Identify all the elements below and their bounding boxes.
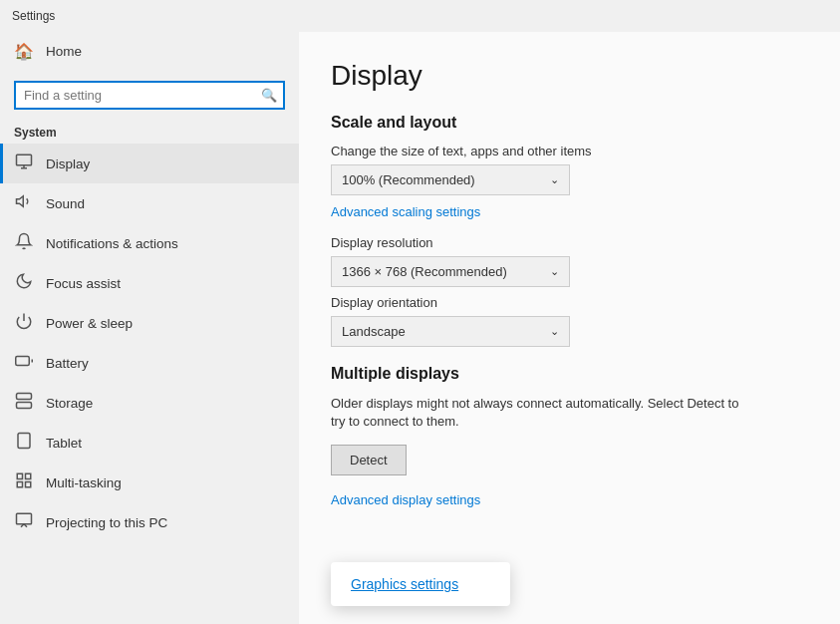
sidebar-search-container: 🔍	[14, 81, 285, 110]
sidebar-item-power[interactable]: Power & sleep	[0, 303, 299, 343]
multitasking-icon	[14, 471, 34, 493]
scale-dropdown[interactable]: 100% (Recommended) ⌄	[331, 164, 570, 195]
resolution-dropdown-value: 1366 × 768 (Recommended)	[342, 264, 507, 279]
storage-icon	[14, 392, 34, 414]
svg-rect-0	[17, 155, 32, 165]
multiple-displays-title: Multiple displays	[331, 365, 808, 383]
sidebar-storage-label: Storage	[46, 396, 93, 411]
title-bar-label: Settings	[12, 9, 55, 23]
scale-layout-section-title: Scale and layout	[331, 114, 808, 132]
sidebar-item-multitasking[interactable]: Multi-tasking	[0, 463, 299, 502]
home-icon: 🏠	[14, 42, 34, 61]
scale-dropdown-value: 100% (Recommended)	[342, 172, 475, 187]
sidebar-multitasking-label: Multi-tasking	[46, 475, 122, 490]
resolution-dropdown[interactable]: 1366 × 768 (Recommended) ⌄	[331, 256, 570, 287]
detect-button[interactable]: Detect	[331, 445, 407, 475]
sidebar-item-storage[interactable]: Storage	[0, 383, 299, 423]
sidebar-item-battery[interactable]: Battery	[0, 343, 299, 383]
svg-rect-7	[17, 394, 32, 400]
multiple-displays-desc: Older displays might not always connect …	[331, 395, 749, 431]
svg-rect-16	[26, 482, 31, 487]
sidebar-item-sound[interactable]: Sound	[0, 183, 299, 223]
sidebar-display-label: Display	[46, 156, 90, 171]
focus-assist-icon	[14, 272, 34, 294]
scale-layout-section: Scale and layout Change the size of text…	[331, 114, 808, 347]
graphics-settings-link[interactable]: Graphics settings	[351, 576, 458, 592]
scale-label: Change the size of text, apps and other …	[331, 144, 808, 158]
sidebar-item-projecting[interactable]: Projecting to this PC	[0, 502, 299, 542]
sidebar: 🏠 Home 🔍 System	[0, 32, 299, 624]
svg-rect-5	[16, 357, 30, 366]
page-title: Display	[331, 60, 808, 92]
search-input[interactable]	[14, 81, 285, 110]
sidebar-battery-label: Battery	[46, 356, 89, 371]
svg-rect-15	[17, 482, 22, 487]
content-area: 🏠 Home 🔍 System	[0, 32, 840, 624]
sidebar-focus-label: Focus assist	[46, 276, 121, 291]
power-icon	[14, 312, 34, 334]
multiple-displays-section: Multiple displays Older displays might n…	[331, 365, 808, 523]
chevron-down-icon-3: ⌄	[550, 325, 559, 338]
sidebar-tablet-label: Tablet	[46, 436, 82, 451]
title-bar: Settings	[0, 0, 840, 32]
main-content: Display Scale and layout Change the size…	[299, 32, 840, 624]
resolution-label: Display resolution	[331, 235, 808, 250]
projecting-icon	[14, 511, 34, 533]
sidebar-notifications-label: Notifications & actions	[46, 236, 178, 251]
sidebar-item-tablet[interactable]: Tablet	[0, 423, 299, 463]
sidebar-item-notifications[interactable]: Notifications & actions	[0, 223, 299, 263]
orientation-label: Display orientation	[331, 295, 808, 310]
sound-icon	[14, 192, 34, 214]
advanced-scaling-link[interactable]: Advanced scaling settings	[331, 204, 480, 219]
sidebar-power-label: Power & sleep	[46, 316, 133, 331]
advanced-display-link[interactable]: Advanced display settings	[331, 492, 480, 507]
notifications-icon	[14, 232, 34, 254]
display-icon	[14, 153, 34, 174]
sidebar-projecting-label: Projecting to this PC	[46, 515, 167, 530]
orientation-dropdown-value: Landscape	[342, 324, 406, 339]
settings-window: Settings 🏠 Home 🔍 System	[0, 0, 840, 624]
chevron-down-icon-2: ⌄	[550, 265, 559, 278]
sidebar-sound-label: Sound	[46, 196, 85, 211]
battery-icon	[14, 352, 34, 374]
sidebar-item-focus-assist[interactable]: Focus assist	[0, 263, 299, 303]
svg-rect-14	[26, 473, 31, 478]
svg-marker-3	[17, 196, 24, 207]
svg-rect-8	[17, 403, 32, 409]
sidebar-item-display[interactable]: Display	[0, 144, 299, 183]
sidebar-home-label: Home	[46, 44, 82, 59]
orientation-dropdown[interactable]: Landscape ⌄	[331, 316, 570, 347]
graphics-settings-popup: Graphics settings	[331, 562, 510, 606]
sidebar-section-title: System	[0, 118, 299, 144]
sidebar-item-home[interactable]: 🏠 Home	[0, 32, 299, 71]
svg-rect-13	[17, 473, 22, 478]
tablet-icon	[14, 432, 34, 454]
svg-rect-17	[17, 513, 32, 524]
chevron-down-icon: ⌄	[550, 173, 559, 186]
